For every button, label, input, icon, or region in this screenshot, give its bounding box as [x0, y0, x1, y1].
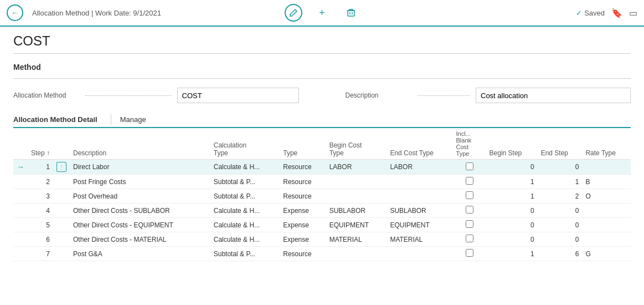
row-arrow [13, 247, 28, 261]
row-begin-cost [326, 247, 387, 261]
th-arrow [13, 128, 28, 160]
toolbar-actions: + [285, 4, 360, 22]
table-row: 7 Post G&A Subtotal & P... Resource 1 6 … [13, 247, 631, 261]
allocation-method-label: Allocation Method [13, 92, 80, 99]
row-begin-cost: EQUIPMENT [326, 218, 387, 232]
row-begin-step: 1 [486, 175, 538, 189]
row-type: Expense [280, 204, 326, 218]
row-incl-blank[interactable] [453, 232, 486, 247]
saved-status: ✓ Saved [576, 9, 605, 17]
row-begin-step: 1 [486, 247, 538, 261]
row-calc-type: Subtotal & P... [210, 175, 280, 189]
edit-button[interactable] [285, 4, 302, 22]
delete-button[interactable] [342, 4, 360, 22]
row-incl-blank[interactable] [453, 218, 486, 232]
row-calc-type: Subtotal & P... [210, 247, 280, 261]
row-context-menu-cell [53, 175, 70, 189]
allocation-method-field: Allocation Method [13, 88, 299, 103]
row-begin-cost: MATERIAL [326, 232, 387, 247]
bookmark-icon[interactable]: 🔖 [611, 8, 622, 18]
row-rate-type [582, 160, 631, 175]
method-section-header: Method [13, 63, 631, 72]
th-step: Step ↑ [28, 128, 53, 160]
table-row: 3 Post Overhead Subtotal & P... Resource… [13, 189, 631, 204]
row-end-cost: LABOR [387, 160, 452, 175]
row-begin-cost: SUBLABOR [326, 204, 387, 218]
back-button[interactable]: ← [7, 4, 23, 21]
row-end-cost [387, 175, 452, 189]
row-begin-cost: LABOR [326, 160, 387, 175]
detail-header-divider [111, 114, 111, 125]
row-incl-blank[interactable] [453, 247, 486, 261]
method-section: Method Allocation Method Description [13, 63, 631, 103]
description-input[interactable] [476, 88, 631, 103]
row-type: Resource [280, 160, 326, 175]
detail-header: Allocation Method Detail Manage [13, 112, 631, 128]
row-end-step: 6 [538, 247, 583, 261]
form-row: Allocation Method Description [13, 88, 631, 103]
row-incl-blank[interactable] [453, 160, 486, 175]
row-context-menu-cell [53, 247, 70, 261]
page-content: COST Method Allocation Method Descriptio… [0, 27, 644, 268]
row-calc-type: Calculate & H... [210, 204, 280, 218]
row-rate-type: O [582, 189, 631, 204]
row-description: Other Direct Costs - MATERIAL [70, 232, 210, 247]
row-arrow [13, 218, 28, 232]
row-type: Resource [280, 189, 326, 204]
row-arrow: → [13, 160, 28, 175]
row-arrow [13, 175, 28, 189]
row-context-menu-cell [53, 218, 70, 232]
row-end-cost [387, 189, 452, 204]
table-container: Step ↑ Description CalculationType Type … [13, 128, 631, 261]
row-end-cost: MATERIAL [387, 232, 452, 247]
table-row: 4 Other Direct Costs - SUBLABOR Calculat… [13, 204, 631, 218]
row-description: Post Overhead [70, 189, 210, 204]
row-arrow [13, 232, 28, 247]
manage-button[interactable]: Manage [118, 112, 148, 127]
row-end-step: 0 [538, 160, 583, 175]
row-rate-type [582, 232, 631, 247]
table-row: → 1 ⋮ Direct Labor Calculate & H... Reso… [13, 160, 631, 175]
row-end-cost [387, 247, 452, 261]
table-body: → 1 ⋮ Direct Labor Calculate & H... Reso… [13, 160, 631, 261]
row-incl-blank[interactable] [453, 189, 486, 204]
table-header: Step ↑ Description CalculationType Type … [13, 128, 631, 160]
th-description: Description [70, 128, 210, 160]
row-end-cost: EQUIPMENT [387, 218, 452, 232]
row-calc-type: Subtotal & P... [210, 189, 280, 204]
title-divider [13, 53, 631, 54]
row-description: Post Fringe Costs [70, 175, 210, 189]
row-description: Direct Labor [70, 160, 210, 175]
row-arrow [13, 204, 28, 218]
row-begin-step: 0 [486, 204, 538, 218]
add-button[interactable]: + [313, 4, 331, 22]
description-label: Description [346, 92, 412, 99]
window-icon[interactable]: ▭ [629, 8, 637, 18]
context-menu-button[interactable]: ⋮ [56, 162, 66, 172]
breadcrumb: Allocation Method | Work Date: 9/1/2021 [32, 9, 161, 17]
row-begin-step: 0 [486, 160, 538, 175]
row-calc-type: Calculate & H... [210, 218, 280, 232]
th-begin-step: Begin Step [486, 128, 538, 160]
table-row: 2 Post Fringe Costs Subtotal & P... Reso… [13, 175, 631, 189]
row-begin-cost [326, 175, 387, 189]
row-incl-blank[interactable] [453, 175, 486, 189]
svg-rect-0 [348, 11, 354, 16]
row-step: 6 [28, 232, 53, 247]
row-calc-type: Calculate & H... [210, 160, 280, 175]
row-description: Other Direct Costs - SUBLABOR [70, 204, 210, 218]
row-end-step: 0 [538, 204, 583, 218]
row-begin-step: 1 [486, 189, 538, 204]
row-step: 1 [28, 160, 53, 175]
top-bar: ← Allocation Method | Work Date: 9/1/202… [0, 0, 644, 27]
row-end-step: 2 [538, 189, 583, 204]
th-end-cost: End Cost Type [387, 128, 452, 160]
row-incl-blank[interactable] [453, 204, 486, 218]
th-end-step: End Step [538, 128, 583, 160]
allocation-method-input[interactable] [177, 88, 299, 103]
allocation-detail-table: Step ↑ Description CalculationType Type … [13, 128, 631, 261]
description-field: Description [346, 88, 631, 103]
row-step: 3 [28, 189, 53, 204]
row-description: Other Direct Costs - EQUIPMENT [70, 218, 210, 232]
row-step: 5 [28, 218, 53, 232]
